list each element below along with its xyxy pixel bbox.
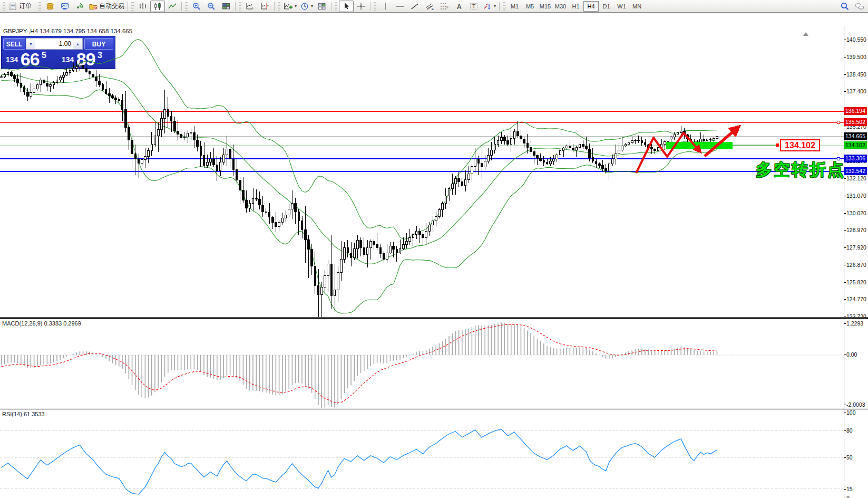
periods-button[interactable]: ▾ bbox=[298, 1, 315, 12]
y-axis-tick bbox=[844, 282, 846, 283]
y-axis-tick-label: 140.550 bbox=[846, 36, 866, 43]
search-button[interactable] bbox=[837, 1, 852, 12]
bar-chart-button[interactable] bbox=[135, 1, 150, 12]
indicators-button[interactable]: ▾ bbox=[282, 1, 298, 12]
y-axis-tick bbox=[844, 247, 846, 248]
timeframe-m15[interactable]: M15 bbox=[538, 1, 553, 12]
toolbar-grip bbox=[38, 2, 41, 11]
y-axis-tick bbox=[844, 213, 846, 214]
timeframe-mn[interactable]: MN bbox=[629, 1, 645, 12]
price-tag-132.542: 132.542 bbox=[844, 167, 867, 175]
y-axis-tick-label: 124.770 bbox=[846, 296, 866, 302]
channel-button[interactable]: E bbox=[422, 1, 437, 12]
pane-separator-rsi[interactable] bbox=[0, 408, 868, 409]
chevron-down-icon: ▾ bbox=[494, 4, 496, 8]
chat-icon bbox=[855, 2, 864, 11]
auto-scroll-button[interactable] bbox=[243, 1, 258, 12]
turning-point-annotation[interactable]: 多空转折点 bbox=[756, 159, 845, 181]
monitor-icon bbox=[60, 2, 70, 11]
arrows-button[interactable]: ▾ bbox=[481, 1, 498, 12]
chart-window[interactable]: GBPJPY-,H4 134.679 134.795 134.658 134.6… bbox=[0, 13, 868, 498]
signal-icon bbox=[75, 2, 84, 11]
y-axis-tick-label: 127.920 bbox=[846, 244, 866, 251]
chat-button[interactable] bbox=[852, 1, 867, 12]
candlesticks bbox=[1, 61, 718, 317]
timeframe-d1[interactable]: D1 bbox=[599, 1, 614, 12]
toolbar-grip bbox=[335, 2, 337, 11]
pane-separator-macd[interactable] bbox=[0, 317, 868, 319]
toolbar-grip bbox=[239, 2, 241, 11]
cross-icon bbox=[356, 2, 366, 11]
price-chart-canvas[interactable] bbox=[0, 26, 844, 317]
timeframe-m30[interactable]: M30 bbox=[553, 1, 568, 12]
zoom-in-button[interactable] bbox=[189, 1, 204, 12]
y-axis-tick bbox=[844, 40, 846, 40]
timeframe-m1[interactable]: M1 bbox=[507, 1, 522, 12]
breakout-arrow-annotation[interactable] bbox=[705, 127, 739, 156]
arrows-icon bbox=[483, 2, 492, 11]
macd-axis-tick bbox=[844, 323, 846, 324]
text-label-button[interactable]: T bbox=[466, 1, 481, 12]
rsi-pane-canvas[interactable] bbox=[0, 410, 844, 498]
svg-text:A: A bbox=[457, 3, 462, 10]
text-button[interactable]: A bbox=[452, 1, 466, 12]
rsi-axis-label: 50 bbox=[846, 454, 853, 461]
hline-anchor[interactable] bbox=[837, 121, 840, 124]
templates-button[interactable] bbox=[315, 1, 329, 12]
zoomin-icon bbox=[192, 2, 201, 11]
autotrade-button-label: 自动交易 bbox=[99, 2, 124, 11]
horizontal-line-button[interactable] bbox=[393, 1, 407, 12]
main-toolbar: 订单自动交易▾▾EFAT▾M1M5M15M30H1H4D1W1MN bbox=[0, 0, 868, 13]
charts-button[interactable] bbox=[43, 1, 57, 12]
chart-shift-marker[interactable] bbox=[803, 32, 808, 36]
candlestick-chart-button[interactable] bbox=[150, 1, 165, 12]
timeframe-m5[interactable]: M5 bbox=[522, 1, 538, 12]
zoomout-icon bbox=[207, 2, 216, 11]
rsi-line bbox=[2, 429, 717, 494]
timeframe-h1[interactable]: H1 bbox=[568, 1, 583, 12]
rsi-axis-tick bbox=[844, 413, 846, 413]
crosshair-button[interactable] bbox=[354, 1, 368, 12]
macd-axis-label: 0.00 bbox=[846, 351, 857, 358]
cursor-button[interactable] bbox=[339, 1, 354, 12]
trendline-button[interactable] bbox=[407, 1, 422, 12]
svg-text:E: E bbox=[432, 7, 434, 11]
bollinger-band[interactable] bbox=[2, 40, 717, 240]
toolbar-grip bbox=[3, 2, 5, 11]
candles-icon bbox=[153, 2, 162, 11]
price-tag-133.306: 133.306 bbox=[844, 155, 867, 162]
timeframe-w1[interactable]: W1 bbox=[614, 1, 629, 12]
tline-icon bbox=[410, 2, 420, 11]
y-axis-tick bbox=[844, 317, 846, 317]
gold-icon bbox=[45, 2, 55, 11]
callout-anchor[interactable] bbox=[776, 143, 779, 147]
y-axis-tick-label: 137.400 bbox=[846, 88, 866, 94]
y-axis-tick-label: 131.070 bbox=[846, 193, 866, 199]
price-tag-136.194: 136.194 bbox=[844, 107, 867, 115]
chart-shift-button[interactable] bbox=[258, 1, 272, 12]
tile-windows-button[interactable] bbox=[219, 1, 233, 12]
autotrade-button[interactable]: 自动交易 bbox=[87, 1, 126, 12]
vertical-line-button[interactable] bbox=[378, 1, 393, 12]
rsi-label: RSI(14) 61.3533 bbox=[2, 411, 45, 417]
search-icon bbox=[840, 2, 850, 11]
market-watch-button[interactable] bbox=[57, 1, 72, 12]
macd-histogram bbox=[2, 323, 717, 408]
rsi-axis-tick bbox=[844, 430, 846, 431]
line-chart-button[interactable] bbox=[165, 1, 180, 12]
labelT-icon: T bbox=[469, 2, 479, 11]
bollinger-band[interactable] bbox=[2, 80, 717, 313]
zoom-out-button[interactable] bbox=[204, 1, 219, 12]
signals-button[interactable] bbox=[72, 1, 87, 12]
timeframe-h4[interactable]: H4 bbox=[583, 1, 599, 12]
toolbar-grip bbox=[503, 2, 505, 11]
bars-icon bbox=[138, 2, 148, 11]
macd-axis-label: -2.0003 bbox=[846, 401, 865, 408]
price-level-callout[interactable]: 134.102 bbox=[780, 139, 820, 151]
fibonacci-button[interactable]: F bbox=[437, 1, 452, 12]
macd-axis-tick bbox=[844, 405, 846, 405]
new-order-button[interactable]: 订单 bbox=[7, 1, 33, 12]
clock-icon bbox=[300, 2, 309, 11]
macd-pane-canvas[interactable] bbox=[0, 319, 844, 408]
y-axis-tick bbox=[844, 178, 846, 179]
